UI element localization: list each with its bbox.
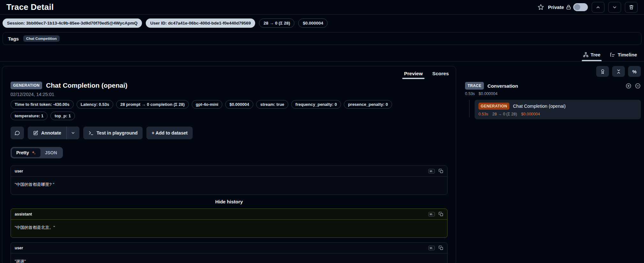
markdown-toggle-icon[interactable]: M↓ [428,212,435,216]
playground-label: Test in playground [97,130,138,135]
page-title: Trace Detail [6,2,54,12]
privacy-label: Private [548,4,564,10]
trace-children: GENERATION Chat Completion (openai) 0.53… [465,100,641,119]
message-header: user M↓ [11,243,447,253]
tab-scores[interactable]: Scores [432,66,449,81]
message-role: assistant [15,212,32,216]
trace-title: Conversation [487,83,518,89]
chevron-up-icon [596,5,601,10]
privacy-control: Private [548,3,588,11]
generation-node-selected[interactable]: GENERATION Chat Completion (openai) 0.53… [475,100,641,119]
observation-preview-panel: Preview Scores GENERATION Chat Completio… [2,66,456,263]
badge-latency: Latency: 0.53s [77,100,114,109]
format-toggle: Pretty JSON [11,147,63,158]
badge-top-p: top_p: 1 [50,112,75,120]
token-usage-badge: 28 → 0 (Σ 28) [259,18,294,28]
markdown-toggle-icon[interactable]: M↓ [428,246,435,250]
annotate-button[interactable]: Annotate [28,127,66,139]
annotate-split-button: Annotate [28,127,79,139]
trace-metrics: 0.53s $0.000004 [465,91,641,96]
user-id-badge[interactable]: User ID: dc47a41e-06bc-400d-bde1-f0e440d… [146,18,255,28]
message-header: user M↓ [11,166,447,177]
fold-vertical-icon [616,69,621,74]
message-user-2: user M↓ "谢谢" [11,242,448,263]
observation-heading: GENERATION Chat Completion (openai) [11,82,448,89]
badge-stream: stream: true [256,100,288,109]
annotate-dropdown-button[interactable] [67,127,79,139]
session-badge[interactable]: Session: 3bb00ec7-1b13-4c9b-85ee-3d9d70f… [3,18,142,28]
add-to-dataset-button[interactable]: + Add to dataset [146,127,193,139]
format-pretty-segment[interactable]: Pretty [12,148,41,157]
message-list: user M↓ "中国的首都是哪里? " Hide history assist… [11,165,448,263]
message-content: "中国的首都是北京。" [11,220,447,237]
generation-type-badge: GENERATION [11,82,42,89]
observation-actions: Annotate Test in playground + Add to dat… [11,127,448,139]
collapse-node-icon[interactable] [635,83,641,89]
format-json-segment[interactable]: JSON [41,148,62,157]
percent-icon: % [632,69,636,74]
add-to-dataset-label: + Add to dataset [152,130,188,135]
tag-chat-competition[interactable]: Chat Competition [23,35,60,42]
tab-tree[interactable]: Tree [583,48,601,61]
pretty-label: Pretty [16,150,29,155]
tab-preview[interactable]: Preview [404,66,423,81]
lock-icon [566,4,571,10]
edit-icon [33,130,38,136]
message-tools: M↓ [428,212,443,216]
trace-meta-row: Session: 3bb00ec7-1b13-4c9b-85ee-3d9d70f… [0,15,644,32]
copy-icon[interactable] [439,245,443,250]
copy-icon[interactable] [439,169,443,173]
generation-node-title: Chat Completion (openai) [513,104,566,109]
copy-icon[interactable] [439,212,443,216]
message-role: user [15,169,23,173]
next-trace-button[interactable] [608,2,621,13]
cost-badge: $0.000004 [298,18,328,28]
delete-trace-button[interactable] [625,2,638,13]
star-icon[interactable] [537,4,544,11]
tree-toolbar: % [465,66,641,77]
trace-tree-panel: % TRACE Conversation 0.53s $0.000004 [465,66,641,119]
hide-history-button[interactable]: Hide history [11,199,448,204]
sparkles-icon [31,150,36,155]
tags-section: Tags Chat Competition [3,32,641,45]
tree-expand-controls [625,83,641,89]
previous-trace-button[interactable] [592,2,604,13]
message-content: "中国的首都是哪里? " [11,177,447,194]
header-controls: Private [537,2,638,13]
trace-type-badge: TRACE [465,82,484,90]
generation-node-metrics: 0.53s 28 → 0 (Σ 28) $0.000004 [478,112,637,116]
view-mode-tabs: Tree Timeline [0,48,644,62]
toggle-knob [574,4,580,10]
observation-badges: Time to first token: -430.00s Latency: 0… [11,100,425,120]
timeline-icon [610,52,615,57]
trash-icon [629,4,634,10]
main-content: Preview Scores GENERATION Chat Completio… [0,62,644,263]
expand-all-icon[interactable] [625,83,632,89]
page-header: Trace Detail Private [0,0,644,15]
trace-root-node[interactable]: TRACE Conversation [465,82,518,90]
badge-presence-penalty: presence_penalty: 0 [344,100,392,109]
toggle-metrics-button[interactable]: % [628,66,641,77]
markdown-toggle-icon[interactable]: M↓ [428,169,435,173]
generation-latency: 0.53s [478,112,488,116]
comment-button[interactable] [11,127,24,139]
message-header: assistant M↓ [11,209,447,220]
preview-scores-tabs: Preview Scores [2,66,456,81]
message-role: user [15,246,23,250]
test-in-playground-button[interactable]: Test in playground [83,127,143,139]
privacy-toggle[interactable] [573,3,588,11]
trace-latency: 0.53s [465,91,475,96]
generation-node-badge: GENERATION [478,103,509,110]
chevron-down-icon [71,131,75,135]
tab-tree-label: Tree [591,52,601,57]
toggle-scores-button[interactable] [596,66,609,77]
annotate-label: Annotate [41,130,61,135]
trace-cost: $0.000004 [479,91,498,96]
observation-title: Chat Completion (openai) [46,82,128,89]
collapse-all-button[interactable] [612,66,625,77]
chevron-down-icon [612,5,617,10]
tab-timeline[interactable]: Timeline [610,48,637,61]
badge-temperature: temperature: 1 [11,112,48,120]
tags-label: Tags [8,36,19,41]
badge-model[interactable]: gpt-4o-mini [192,100,223,109]
